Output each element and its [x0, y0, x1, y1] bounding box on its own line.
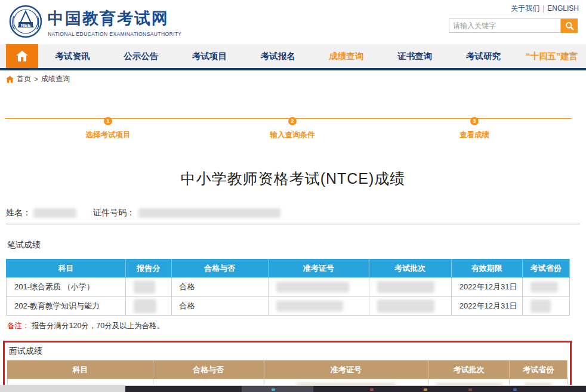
nav-item-exam-news[interactable]: 考试资讯	[38, 44, 107, 68]
nav-item-exam-research[interactable]: 考试研究	[449, 44, 518, 68]
note-text: 报告分满分120分，70分及以上为合格。	[32, 322, 164, 330]
redacted-province	[531, 300, 551, 313]
site-header: NEE 中国教育考试网 NATIONAL EDUCATION EXAMINATI…	[0, 0, 586, 44]
step-2-dot: 2	[288, 117, 297, 125]
col-exam-province: 考试省份	[510, 361, 568, 379]
step-1-label: 选择考试项目	[60, 130, 156, 140]
step-2: 2 输入查询条件	[245, 115, 340, 140]
nav-item-exam-programs[interactable]: 考试项目	[175, 44, 244, 68]
taskbar-icon-dot	[272, 388, 275, 391]
col-admission-ticket: 准考证号	[268, 260, 369, 277]
col-valid-until: 有效期限	[451, 260, 522, 277]
taskbar-icon-dot	[370, 388, 374, 391]
nav-item-14th-plan-suggestions[interactable]: “十四五”建言	[517, 44, 586, 68]
page: NEE 中国教育考试网 NATIONAL EDUCATION EXAMINATI…	[0, 0, 586, 392]
redacted-score	[134, 280, 155, 294]
id-number-label: 证件号码：	[93, 208, 135, 218]
subject-cell: 201-综合素质 （小学）	[7, 277, 126, 297]
search-icon	[565, 21, 574, 30]
col-exam-province: 考试省份	[522, 260, 569, 277]
col-pass-status: 合格与否	[153, 361, 264, 379]
pass-cell: 合格	[171, 277, 268, 297]
redacted-province	[531, 282, 558, 292]
interview-scores-title: 面试成绩	[7, 344, 568, 360]
breadcrumb-current: 成绩查询	[41, 74, 70, 84]
breadcrumb-home-icon	[6, 76, 14, 83]
step-3: 3 查看成绩	[427, 115, 522, 140]
name-label: 姓名：	[6, 208, 31, 218]
step-2-label: 输入查询条件	[245, 130, 340, 140]
taskbar-active-segment	[242, 386, 313, 392]
redacted-ticket	[276, 282, 349, 292]
province-cell	[522, 277, 569, 297]
col-pass-status: 合格与否	[171, 260, 268, 277]
batch-cell	[369, 277, 451, 297]
progress-steps: 1 选择考试项目 2 输入查询条件 3 查看成绩	[0, 112, 586, 143]
redacted-batch	[377, 281, 434, 293]
col-subject: 科目	[8, 361, 153, 379]
score-note: 备注： 报告分满分120分，70分及以上为合格。	[7, 321, 579, 331]
written-scores-table: 科目 报告分 合格与否 准考证号 考试批次 有效期限 考试省份 201-综合素质…	[6, 259, 570, 316]
valid-until-cell: 2022年12月31日	[451, 297, 522, 316]
english-link[interactable]: ENGLISH	[547, 4, 579, 13]
table-row: 201-综合素质 （小学） 合格 2022年12月31日	[7, 277, 570, 297]
taskbar-icon-dot	[468, 388, 472, 391]
redacted-id-number	[138, 208, 280, 218]
page-title: 中小学教师资格考试(NTCE)成绩	[0, 169, 586, 189]
col-admission-ticket: 准考证号	[264, 361, 428, 379]
taskbar-icon-dot	[424, 388, 427, 391]
breadcrumb-separator: >	[34, 75, 38, 84]
taskbar-icon-dot	[513, 388, 517, 391]
nav-home-button[interactable]	[6, 44, 38, 68]
nav-item-public-notice[interactable]: 公示公告	[107, 44, 175, 68]
redacted-ticket	[276, 301, 343, 311]
search-input[interactable]	[449, 18, 561, 33]
table-row: 202-教育教学知识与能力 合格 2022年12月31日	[7, 297, 570, 316]
breadcrumb-home[interactable]: 首页	[17, 74, 31, 84]
step-1-dot: 1	[104, 117, 112, 125]
bottom-strip	[0, 385, 586, 392]
link-separator: |	[542, 4, 544, 13]
top-utility-links: 关于我们|ENGLISH	[511, 4, 579, 14]
col-exam-batch: 考试批次	[428, 361, 510, 379]
identity-row: 姓名： 证件号码：	[6, 208, 580, 224]
svg-text:NEE: NEE	[21, 23, 31, 28]
nav-item-certificate-query[interactable]: 证书查询	[381, 44, 449, 68]
breadcrumb: 首页 > 成绩查询	[0, 70, 586, 87]
ticket-cell	[268, 277, 369, 297]
score-cell	[126, 297, 171, 316]
redacted-score	[134, 299, 156, 313]
search-bar	[449, 18, 578, 33]
nav-item-score-query[interactable]: 成绩查询	[312, 44, 381, 68]
redacted-batch	[377, 300, 434, 313]
taskbar-sliver	[125, 386, 586, 392]
col-subject: 科目	[7, 260, 126, 277]
site-logo[interactable]: NEE	[8, 4, 43, 39]
home-icon	[16, 51, 28, 61]
note-label: 备注：	[7, 322, 30, 330]
step-3-dot: 3	[470, 117, 479, 125]
main-nav: 考试资讯 公示公告 考试项目 考试报名 成绩查询 证书查询 考试研究 “十四五”…	[0, 44, 586, 70]
neea-logo-icon: NEE	[8, 4, 43, 39]
brand-block: 中国教育考试网 NATIONAL EDUCATION EXAMINATIONSA…	[48, 8, 181, 37]
about-us-link[interactable]: 关于我们	[511, 4, 539, 13]
pass-cell: 合格	[171, 297, 268, 316]
score-cell	[126, 277, 171, 297]
written-header-row: 科目 报告分 合格与否 准考证号 考试批次 有效期限 考试省份	[7, 260, 570, 277]
site-title: 中国教育考试网	[48, 8, 181, 29]
col-exam-batch: 考试批次	[369, 260, 451, 277]
province-cell	[522, 297, 569, 316]
col-report-score: 报告分	[126, 260, 171, 277]
redacted-name	[33, 208, 76, 218]
subject-cell: 202-教育教学知识与能力	[7, 297, 126, 316]
search-button[interactable]	[561, 18, 578, 33]
site-subtitle: NATIONAL EDUCATION EXAMINATIONSAUTHORITY	[48, 31, 181, 37]
written-scores-title: 笔试成绩	[7, 240, 579, 251]
nav-item-exam-registration[interactable]: 考试报名	[243, 44, 312, 68]
batch-cell	[369, 297, 451, 316]
ticket-cell	[268, 297, 369, 316]
step-3-label: 查看成绩	[427, 130, 522, 140]
step-1: 1 选择考试项目	[60, 115, 156, 140]
interview-header-row: 科目 合格与否 准考证号 考试批次 考试省份	[8, 361, 568, 379]
valid-until-cell: 2022年12月31日	[451, 277, 522, 297]
